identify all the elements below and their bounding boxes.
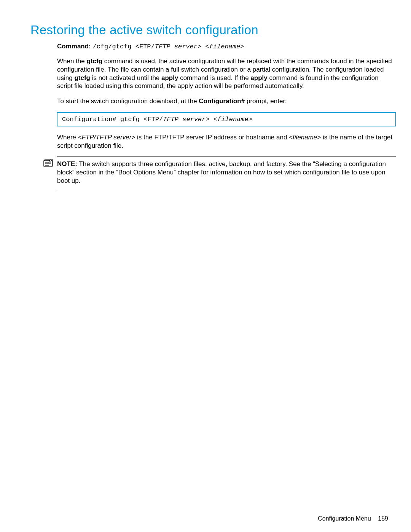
note-body: NOTE: The switch supports three configur…	[57, 160, 396, 185]
paragraph-2: To start the switch configuration downlo…	[57, 97, 396, 105]
code-italic: TFTP server> <filename>	[163, 116, 252, 123]
page-heading: Restoring the active switch configuratio…	[30, 23, 395, 37]
command-line: Command: /cfg/gtcfg <FTP/TFTP server> <f…	[57, 43, 396, 50]
page-footer: Configuration Menu 159	[318, 515, 388, 522]
paragraph-1: When the gtcfg command is used, the acti…	[57, 57, 396, 90]
footer-section: Configuration Menu	[318, 515, 371, 522]
note-label: NOTE:	[57, 160, 77, 168]
note-text: The switch supports three configuration …	[57, 160, 386, 184]
code-prompt: Configuration# gtcfg <FTP/	[62, 116, 163, 123]
command-prefix: /cfg/gtcfg <FTP/	[93, 43, 155, 50]
footer-page-number: 159	[378, 515, 388, 522]
note-icon	[43, 159, 53, 168]
command-label: Command:	[57, 43, 91, 50]
code-box: Configuration# gtcfg <FTP/TFTP server> <…	[57, 112, 396, 126]
command-code: /cfg/gtcfg <FTP/TFTP server> <filename>	[93, 43, 244, 50]
command-italic: TFTP server> <filename>	[155, 43, 244, 50]
content-block: Command: /cfg/gtcfg <FTP/TFTP server> <f…	[57, 43, 396, 189]
note-block: NOTE: The switch supports three configur…	[57, 157, 396, 189]
paragraph-3: Where <FTP/TFTP server> is the FTP/TFTP …	[57, 133, 396, 150]
